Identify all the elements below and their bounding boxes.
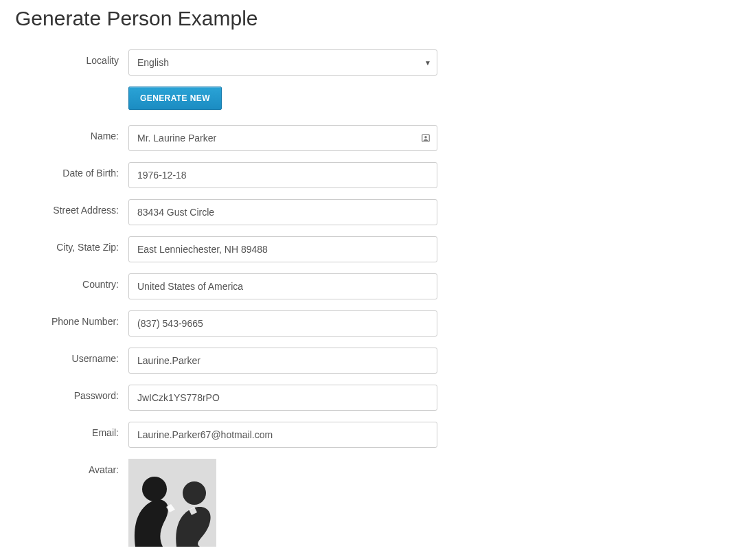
dob-label: Date of Birth: <box>15 162 128 179</box>
username-label: Username: <box>15 348 128 364</box>
avatar-image <box>128 459 216 547</box>
dob-input[interactable] <box>128 162 437 188</box>
phone-label: Phone Number: <box>15 310 128 327</box>
contact-card-icon <box>421 133 431 143</box>
svg-point-5 <box>183 481 206 505</box>
street-label: Street Address: <box>15 199 128 216</box>
svg-point-1 <box>424 136 427 139</box>
csz-input[interactable] <box>128 236 437 262</box>
generate-new-button[interactable]: GENERATE NEW <box>128 87 222 110</box>
password-input[interactable] <box>128 385 437 411</box>
country-input[interactable] <box>128 273 437 299</box>
phone-input[interactable] <box>128 310 437 337</box>
page-title: Generate Person Example <box>15 7 741 30</box>
email-label: Email: <box>15 422 128 438</box>
password-label: Password: <box>15 385 128 401</box>
locality-label: Locality <box>15 49 128 66</box>
svg-point-4 <box>142 477 167 501</box>
email-input[interactable] <box>128 422 437 448</box>
name-label: Name: <box>15 125 128 141</box>
country-label: Country: <box>15 273 128 290</box>
avatar-label: Avatar: <box>15 459 128 475</box>
csz-label: City, State Zip: <box>15 236 128 253</box>
locality-select[interactable]: English <box>128 49 437 76</box>
name-input[interactable] <box>128 125 437 151</box>
street-input[interactable] <box>128 199 437 225</box>
username-input[interactable] <box>128 348 437 374</box>
